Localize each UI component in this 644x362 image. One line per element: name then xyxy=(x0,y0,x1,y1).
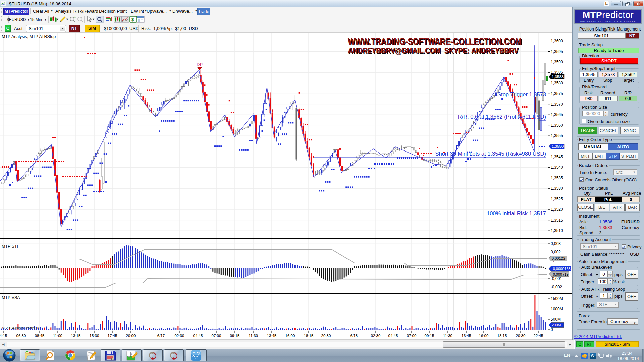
svg-text:6/18: 6/18 xyxy=(350,334,358,338)
svg-text:© 2014 NinjaTrader, LLC: © 2014 NinjaTrader, LLC xyxy=(2,326,44,330)
svg-text:02:30: 02:30 xyxy=(371,334,381,338)
svg-text:0: 0 xyxy=(551,327,553,332)
svg-text:15:30: 15:30 xyxy=(90,334,99,338)
svg-text:1,3510: 1,3510 xyxy=(551,228,563,233)
svg-text:1,3555: 1,3555 xyxy=(551,133,563,138)
svg-text:S: S xyxy=(591,353,594,358)
svg-text:100% Initial Risk 1,3517: 100% Initial Risk 1,3517 xyxy=(487,210,546,216)
svg-text:20:00: 20:00 xyxy=(126,334,136,338)
svg-text:1,3530: 1,3530 xyxy=(551,186,563,191)
svg-text:MTP Analysis, MTP ATRStop: MTP Analysis, MTP ATRStop xyxy=(2,34,56,39)
svg-text:13:45: 13:45 xyxy=(462,334,471,338)
svg-text:6/17: 6/17 xyxy=(157,334,165,338)
svg-text:20:30: 20:30 xyxy=(321,334,331,338)
svg-text:09:15: 09:15 xyxy=(230,334,240,338)
svg-text:16:00: 16:00 xyxy=(479,334,489,338)
svg-text:1,3595: 1,3595 xyxy=(551,49,563,54)
svg-text:MTP VSA: MTP VSA xyxy=(2,295,20,300)
svg-text:22:45: 22:45 xyxy=(534,334,543,338)
svg-text:1,3540: 1,3540 xyxy=(551,165,563,170)
svg-text:1,3550: 1,3550 xyxy=(552,144,564,148)
svg-text:1,3600: 1,3600 xyxy=(551,39,563,43)
svg-text:-0,001: -0,001 xyxy=(551,276,562,281)
svg-text:1,3570: 1,3570 xyxy=(551,102,563,107)
svg-text:+: + xyxy=(74,16,76,19)
svg-text:11:00: 11:00 xyxy=(53,334,62,338)
svg-text:4:15: 4:15 xyxy=(0,334,7,338)
svg-text:0,003: 0,003 xyxy=(551,241,561,246)
svg-text:-0,0000165: -0,0000165 xyxy=(552,267,571,271)
svg-text:-0,002: -0,002 xyxy=(551,285,562,289)
svg-text:06:30: 06:30 xyxy=(16,334,26,338)
svg-text:200M: 200M xyxy=(552,323,561,327)
svg-text:04:45: 04:45 xyxy=(193,334,203,338)
svg-text:17:45: 17:45 xyxy=(108,334,117,338)
svg-text:1,3575: 1,3575 xyxy=(551,91,563,96)
svg-text:1,3515: 1,3515 xyxy=(551,218,563,223)
svg-text:07:00: 07:00 xyxy=(407,334,417,338)
svg-text:11:30: 11:30 xyxy=(443,334,452,338)
svg-text:64: 64 xyxy=(111,358,113,360)
svg-text:500M: 500M xyxy=(551,317,561,322)
svg-text:0,00122: 0,00122 xyxy=(552,256,565,260)
svg-text:DP: DP xyxy=(197,62,203,67)
svg-text:18:15: 18:15 xyxy=(304,334,314,338)
svg-text:WWW.TRADING-SOFTWARE-COLLECTIO: WWW.TRADING-SOFTWARE-COLLECTION.COM xyxy=(348,36,522,47)
svg-text:08:45: 08:45 xyxy=(35,334,45,338)
svg-text:1,3590: 1,3590 xyxy=(551,60,563,64)
svg-text:20:30: 20:30 xyxy=(516,334,526,338)
svg-text:07:00: 07:00 xyxy=(212,334,221,338)
svg-text:MTP STF: MTP STF xyxy=(2,244,20,249)
svg-text:11:30: 11:30 xyxy=(249,334,258,338)
svg-text:1,3545: 1,3545 xyxy=(551,155,563,159)
svg-text:Short 35 Mini Lots at 1,3545 (: Short 35 Mini Lots at 1,3545 (Risk=980 U… xyxy=(435,150,546,157)
svg-text:$: $ xyxy=(131,17,134,22)
svg-text:09:15: 09:15 xyxy=(425,334,434,338)
svg-text:v7: v7 xyxy=(195,357,198,360)
svg-text:0,002: 0,002 xyxy=(551,250,561,254)
svg-text:Stop Trigger 1,3573: Stop Trigger 1,3573 xyxy=(497,91,546,97)
svg-text:1,3583: 1,3583 xyxy=(552,75,564,79)
svg-text:1,3580: 1,3580 xyxy=(551,81,563,85)
svg-text:1,3520: 1,3520 xyxy=(551,207,563,212)
svg-text:02:30: 02:30 xyxy=(175,334,184,338)
svg-text:1,3560: 1,3560 xyxy=(551,123,563,128)
svg-text:18:15: 18:15 xyxy=(497,334,507,338)
svg-text:04:45: 04:45 xyxy=(388,334,398,338)
svg-text:1500M: 1500M xyxy=(551,296,563,301)
svg-text:13:45: 13:45 xyxy=(267,334,277,338)
svg-text:MTP: MTP xyxy=(193,351,199,354)
svg-text:16:00: 16:00 xyxy=(285,334,295,338)
svg-text:13:15: 13:15 xyxy=(71,334,81,338)
svg-text:1,3525: 1,3525 xyxy=(551,197,563,201)
svg-text:R/R: 0,6 at 1,3562 (Profit=611: R/R: 0,6 at 1,3562 (Profit=611 USD) xyxy=(458,114,546,120)
svg-text:1,3535: 1,3535 xyxy=(551,176,563,180)
svg-text:ANDREYBBRV@GMAIL.COM SKYPE: A: ANDREYBBRV@GMAIL.COM SKYPE: ANDREYBBRV xyxy=(348,46,519,55)
svg-text:1,3565: 1,3565 xyxy=(551,112,563,117)
svg-text:1000M: 1000M xyxy=(551,307,563,311)
svg-text:-0,000719: -0,000719 xyxy=(552,272,569,276)
